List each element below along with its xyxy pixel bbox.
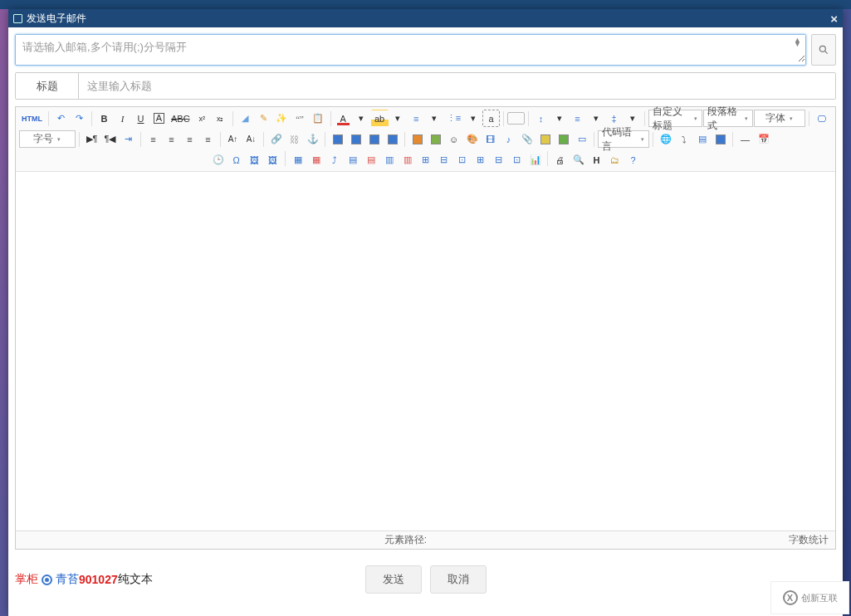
help-button[interactable]: ? <box>624 151 642 169</box>
insertimage-button[interactable] <box>408 130 426 148</box>
pagebreak-button[interactable]: ⤵ <box>675 130 692 148</box>
source-button[interactable]: HTML <box>19 110 45 127</box>
deleterow-button[interactable]: ▤ <box>362 151 379 169</box>
background-button[interactable] <box>712 130 729 148</box>
word-count-label[interactable]: 字数统计 <box>789 533 829 547</box>
align-left-button[interactable]: ≡ <box>144 130 162 148</box>
customstyle-dropdown[interactable]: 自定义标题▾ <box>648 110 702 127</box>
ordered-list-button[interactable]: ≡ <box>408 110 425 127</box>
imgfloat-left-button[interactable] <box>329 130 346 148</box>
gmap-button[interactable] <box>555 130 572 148</box>
fontborder-button[interactable]: A <box>150 110 168 127</box>
indent-button[interactable]: ⇥ <box>120 130 137 148</box>
forecolor-button[interactable]: A <box>335 110 352 127</box>
ltr-button[interactable]: ▶¶ <box>83 130 100 148</box>
page-button[interactable] <box>507 112 525 125</box>
date-button[interactable]: 📅 <box>755 130 772 148</box>
attachment-button[interactable]: 📎 <box>518 130 536 148</box>
forecolor-dropdown[interactable]: ▾ <box>353 110 370 127</box>
searchreplace-button[interactable]: H <box>588 151 605 169</box>
map-button[interactable] <box>536 130 554 148</box>
align-center-button[interactable]: ≡ <box>163 130 180 148</box>
splittorows-button[interactable]: ⊟ <box>490 151 507 169</box>
rtl-button[interactable]: ¶◀ <box>101 130 119 148</box>
backcolor-dropdown[interactable]: ▾ <box>389 110 407 127</box>
modal-titlebar: 发送电子邮件 × <box>8 9 843 27</box>
insertrow-button[interactable]: ▤ <box>344 151 361 169</box>
codelang-dropdown[interactable]: 代码语言▾ <box>598 130 649 148</box>
print-button[interactable]: 🖨 <box>551 151 569 169</box>
splittocells-button[interactable]: ⊞ <box>472 151 489 169</box>
webapp-button[interactable]: 🌐 <box>657 130 674 148</box>
template-button[interactable]: ▤ <box>693 130 711 148</box>
align-justify-button[interactable]: ≡ <box>199 130 217 148</box>
autotypeset-button[interactable]: ✨ <box>273 110 291 127</box>
subscript-button[interactable]: x₂ <box>212 110 229 127</box>
emotion-button[interactable]: ☺ <box>445 130 462 148</box>
paragraph-dropdown[interactable]: 段落格式▾ <box>703 110 753 127</box>
imgfloat-center-button[interactable] <box>384 130 401 148</box>
selectall-button[interactable]: a <box>482 110 500 127</box>
subject-input[interactable] <box>79 73 835 99</box>
unlink-button[interactable]: ⛓ <box>286 130 303 148</box>
cancel-button[interactable]: 取消 <box>430 565 487 594</box>
scrawl-button[interactable] <box>427 130 444 148</box>
tolowercase-button[interactable]: A↓ <box>242 130 260 148</box>
unordered-list-button[interactable]: ⋮≡ <box>444 110 463 127</box>
snapscreen-button[interactable]: 🖼 <box>246 151 263 169</box>
underline-button[interactable]: U <box>132 110 149 127</box>
undo-button[interactable]: ↶ <box>52 110 70 127</box>
splittocols-button[interactable]: ⊡ <box>508 151 526 169</box>
superscript-button[interactable]: x² <box>193 110 211 127</box>
search-recipients-button[interactable] <box>811 34 836 66</box>
pasteplain-button[interactable]: 📋 <box>310 110 327 127</box>
wordimage-button[interactable]: 🖼 <box>264 151 281 169</box>
spechars-button[interactable]: Ω <box>227 151 245 169</box>
link-button[interactable]: 🔗 <box>267 130 285 148</box>
insertcol-button[interactable]: ▥ <box>380 151 398 169</box>
blockquote-button[interactable]: “” <box>291 110 309 127</box>
charts-button[interactable]: 📊 <box>526 151 544 169</box>
rowspacing-dropdown[interactable]: ▾ <box>550 110 568 127</box>
mergeright-button[interactable]: ⊟ <box>435 151 452 169</box>
ordered-list-dropdown[interactable]: ▾ <box>426 110 443 127</box>
eraser-button[interactable]: ◢ <box>237 110 254 127</box>
strikethrough-button[interactable]: ABC <box>169 110 193 127</box>
lineheight-button[interactable]: ≡ <box>569 110 586 127</box>
formatbrush-button[interactable]: ✎ <box>255 110 272 127</box>
preview-button[interactable]: 🔍 <box>570 151 587 169</box>
redo-button[interactable]: ↷ <box>71 110 88 127</box>
unordered-list-dropdown[interactable]: ▾ <box>464 110 482 127</box>
touppercase-button[interactable]: A↑ <box>224 130 242 148</box>
send-button[interactable]: 发送 <box>365 565 422 594</box>
search-icon <box>818 44 829 56</box>
insertframe-button[interactable]: ▭ <box>573 130 590 148</box>
fullscreen-button[interactable]: 🖵 <box>813 110 830 127</box>
imgfloat-none-button[interactable] <box>365 130 383 148</box>
palette-button[interactable]: 🎨 <box>463 130 481 148</box>
bold-button[interactable]: B <box>95 110 113 127</box>
anchor-button[interactable]: ⚓ <box>304 130 321 148</box>
backcolor-button[interactable]: ab <box>371 110 389 127</box>
rowspacing-button[interactable]: ↕ <box>532 110 550 127</box>
deletecol-button[interactable]: ▥ <box>399 151 416 169</box>
music-button[interactable]: ♪ <box>500 130 517 148</box>
mergecells-button[interactable]: ⊞ <box>417 151 434 169</box>
italic-button[interactable]: I <box>114 110 131 127</box>
align-right-button[interactable]: ≡ <box>181 130 198 148</box>
insertvideo-button[interactable]: 🎞 <box>482 130 499 148</box>
recipients-input[interactable] <box>16 35 805 62</box>
fontfamily-dropdown[interactable]: 字体▾ <box>754 110 805 127</box>
mergedown-button[interactable]: ⊡ <box>453 151 471 169</box>
editor-content-area[interactable] <box>16 172 835 530</box>
deletetable-button[interactable]: ▦ <box>307 151 325 169</box>
drafts-button[interactable]: 🗂 <box>606 151 624 169</box>
overlay-left: 掌柜 <box>15 572 38 587</box>
fontsize-dropdown[interactable]: 字号▾ <box>19 130 76 148</box>
horizontal-rule-button[interactable]: — <box>736 130 754 148</box>
insertparagraphbefore-button[interactable]: ⤴ <box>325 151 343 169</box>
imgfloat-right-button[interactable] <box>347 130 364 148</box>
inserttable-button[interactable]: ▦ <box>289 151 306 169</box>
close-button[interactable]: × <box>830 12 838 26</box>
time-button[interactable]: 🕒 <box>209 151 227 169</box>
